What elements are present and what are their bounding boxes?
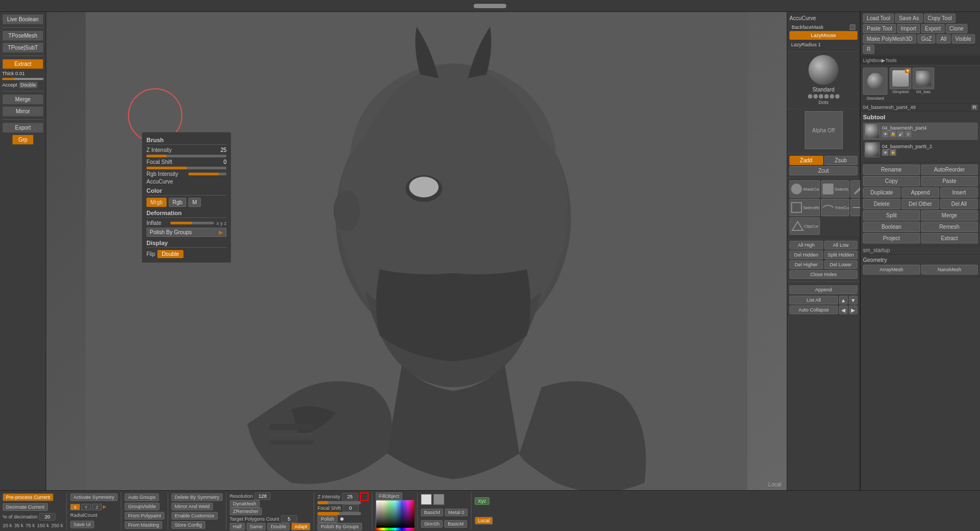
- group-visible-btn[interactable]: GroupVisible: [125, 503, 159, 510]
- merge-sub-btn[interactable]: Merge: [921, 210, 978, 221]
- append-sub-btn[interactable]: Append: [902, 187, 939, 198]
- dynamesh-btn[interactable]: DynaMesh: [230, 500, 260, 508]
- z-intensity-slider[interactable]: [146, 155, 226, 157]
- decimate-btn[interactable]: Decimate Current: [3, 503, 48, 511]
- append-btn[interactable]: Append: [789, 285, 857, 294]
- tpose-subt-btn[interactable]: TPose|SubT: [2, 42, 44, 53]
- load-tool-btn[interactable]: Load Tool: [863, 14, 894, 23]
- basic-material2-btn[interactable]: BasicM: [444, 520, 467, 528]
- half-btn[interactable]: Half: [230, 523, 245, 530]
- subtool-item-1[interactable]: 04_basemesh_part4 👁 🔒 🖌 V: [863, 123, 978, 140]
- auto-collapse-btn[interactable]: Auto Collapse: [789, 306, 838, 314]
- brush-clipcurve[interactable]: ClipCur: [789, 217, 820, 235]
- copy-tool-btn[interactable]: Copy Tool: [924, 14, 955, 23]
- base-mesh-thumb[interactable]: [912, 68, 934, 89]
- rgb-intensity-slider[interactable]: [188, 173, 226, 175]
- clone-btn[interactable]: Clone: [946, 24, 967, 33]
- delete-btn[interactable]: Delete: [863, 199, 901, 209]
- standard-tool-thumb[interactable]: [863, 68, 887, 95]
- zsub-btn[interactable]: Zsub: [824, 156, 858, 165]
- arrow-down-btn[interactable]: ▼: [849, 296, 857, 304]
- m-btn[interactable]: M: [188, 198, 200, 207]
- focal-shift-value[interactable]: 0: [216, 159, 226, 165]
- resolution-value[interactable]: 128: [254, 492, 271, 500]
- double-zr-btn[interactable]: Double: [267, 523, 290, 530]
- delete-sym-btn[interactable]: Delete By Symmetry: [171, 493, 223, 501]
- del-hidden-btn[interactable]: Del Hidden: [789, 251, 823, 259]
- grp-btn[interactable]: Grp: [12, 135, 34, 145]
- subtool-visible-btn[interactable]: V: [905, 131, 911, 137]
- r-btn[interactable]: R: [863, 45, 874, 54]
- dot-6[interactable]: [835, 94, 840, 99]
- import-btn[interactable]: Import: [897, 24, 920, 33]
- del-higher-btn[interactable]: Del Higher: [789, 260, 823, 269]
- close-holes-btn[interactable]: Close Holes: [789, 270, 857, 279]
- color-picker[interactable]: [376, 500, 414, 530]
- preprocess-btn[interactable]: Pre-process Current: [3, 493, 53, 501]
- auto-groups-btn[interactable]: Auto Groups: [125, 493, 159, 501]
- double-label[interactable]: Double: [19, 82, 38, 88]
- dot-3[interactable]: [819, 94, 823, 99]
- double-display-btn[interactable]: Double: [157, 250, 183, 258]
- goz-btn[interactable]: GoZ: [917, 34, 935, 44]
- split-hidden-btn[interactable]: Split Hidden: [824, 251, 858, 259]
- brush-selectrect[interactable]: SelectRi: [789, 199, 820, 216]
- extract-btn[interactable]: Extract: [2, 59, 44, 69]
- subtool-lock-btn-2[interactable]: 🔒: [890, 149, 896, 156]
- subtool-paint-btn[interactable]: 🖌: [897, 131, 904, 137]
- z-intensity-bottom-value[interactable]: 25: [342, 493, 358, 501]
- subtool-eye-btn[interactable]: 👁: [882, 131, 889, 137]
- paste-sub-btn[interactable]: Paste: [921, 176, 978, 186]
- z-intensity-value[interactable]: 25: [216, 147, 226, 153]
- skin-shader-btn[interactable]: SkinSh: [421, 520, 443, 528]
- merge-btn[interactable]: Merge: [2, 94, 44, 105]
- local-btn[interactable]: Local: [475, 517, 493, 524]
- lightbox-label[interactable]: Lightbox▶Tools: [863, 58, 897, 63]
- target-poly-value[interactable]: 5: [281, 515, 297, 523]
- list-all-btn[interactable]: List All: [789, 296, 838, 304]
- thick-slider[interactable]: [2, 78, 44, 80]
- export-left-btn[interactable]: Export: [2, 123, 44, 133]
- subtool-eye-btn-2[interactable]: 👁: [882, 149, 889, 156]
- del-all-btn[interactable]: Del All: [940, 199, 978, 209]
- focal-shift-bottom-value[interactable]: 0: [342, 504, 359, 512]
- brush-maskca[interactable]: MaskCa: [789, 180, 820, 198]
- enable-customize-btn[interactable]: Enable Customize: [171, 512, 218, 520]
- dot-5[interactable]: [830, 94, 834, 99]
- save-btn[interactable]: Save As: [895, 14, 923, 23]
- store-config-btn[interactable]: Store Config: [171, 521, 205, 529]
- viewport[interactable]: Brush Z Intensity 25 Focal Shift 0: [46, 12, 787, 490]
- brush-sphere[interactable]: [808, 55, 838, 85]
- sym-x-btn[interactable]: X: [70, 504, 80, 510]
- copy-sub-btn[interactable]: Copy: [863, 176, 920, 186]
- same-btn[interactable]: Same: [247, 523, 266, 530]
- live-boolean-btn[interactable]: Live Boolean: [2, 14, 44, 25]
- white-material[interactable]: [421, 494, 432, 505]
- focal-shift-slider-bottom[interactable]: [317, 512, 361, 515]
- brush-select-lasso[interactable]: SelectL: [821, 180, 850, 198]
- del-lower-btn[interactable]: Del Lower: [824, 260, 858, 269]
- from-masking-btn[interactable]: From Masking: [125, 521, 162, 529]
- fill-object-btn[interactable]: FillObject: [376, 492, 403, 500]
- extract-sub-btn[interactable]: Extract: [921, 233, 978, 243]
- arrow-up-btn[interactable]: ▲: [839, 296, 848, 304]
- boolean-btn[interactable]: Boolean: [863, 222, 920, 232]
- subtool-lock-btn[interactable]: 🔒: [890, 131, 896, 137]
- duplicate-btn[interactable]: Duplicate: [863, 187, 901, 198]
- z-intensity-slider-bottom[interactable]: [317, 501, 361, 504]
- basic-material-btn[interactable]: BasicM: [421, 509, 444, 516]
- inflate-slider[interactable]: [170, 222, 214, 224]
- all-high-btn[interactable]: All High: [789, 241, 823, 249]
- backface-checkbox[interactable]: [850, 25, 855, 30]
- sym-y-btn[interactable]: Y: [81, 504, 91, 510]
- polish-groups-popup-btn[interactable]: Polish By Groups ▶: [146, 228, 226, 237]
- paste-tool-btn[interactable]: Paste Tool: [863, 24, 896, 33]
- insert-btn[interactable]: Insert: [940, 187, 978, 198]
- arrow-left-btn[interactable]: ◀: [839, 306, 848, 314]
- rgb-btn[interactable]: Rgb: [169, 198, 186, 207]
- del-other-btn[interactable]: Del Other: [902, 199, 939, 209]
- polish-groups-bottom-btn[interactable]: Polish By Groups: [317, 523, 362, 530]
- dot-2[interactable]: [813, 94, 818, 99]
- alpha-preview[interactable]: Alpha Off: [805, 111, 843, 149]
- save-ui-btn[interactable]: Save Ui: [70, 521, 94, 528]
